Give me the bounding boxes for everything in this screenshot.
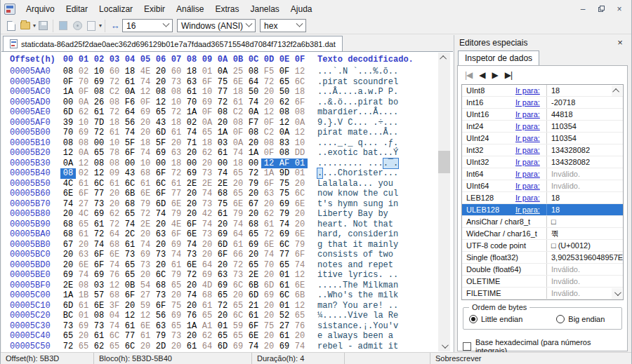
hex-byte[interactable]: 6D (215, 240, 230, 250)
menu-ajuda[interactable]: Ajuda (285, 1, 318, 17)
minimize-icon[interactable]: – (574, 3, 592, 15)
hex-byte[interactable]: 73 (91, 321, 107, 332)
hex-byte[interactable]: 5F (122, 138, 138, 149)
hex-byte[interactable]: 18 (184, 67, 199, 77)
decoded-text[interactable]: ..exotic bat...Ý (317, 148, 398, 159)
decoded-text[interactable]: consists of two (317, 250, 393, 260)
hex-byte[interactable]: 08 (60, 138, 76, 149)
hex-byte[interactable]: 74 (184, 290, 199, 301)
goto-link[interactable]: Ir para: (515, 86, 546, 95)
hex-byte[interactable]: 74 (230, 220, 246, 230)
decoded-text[interactable]: g that it mainly (317, 240, 398, 250)
hex-byte[interactable]: 18 (230, 159, 246, 169)
hex-byte[interactable]: 01 (215, 321, 230, 332)
hex-byte[interactable]: 6E (230, 77, 246, 88)
hex-byte[interactable]: 75 (215, 77, 230, 88)
hex-byte[interactable]: 68 (107, 240, 122, 250)
hex-byte[interactable]: 1A (184, 107, 199, 118)
inspector-row-int32[interactable]: Int32Ir para:134328082 (462, 144, 623, 156)
hex-byte[interactable]: 9D (277, 168, 292, 179)
hex-byte[interactable]: 20 (153, 260, 169, 271)
hex-byte[interactable]: 69 (169, 311, 184, 321)
hex-byte[interactable]: 69 (215, 229, 230, 240)
decoded-text[interactable]: Liberty Bay by (317, 209, 388, 220)
hex-byte[interactable]: 4C (60, 179, 76, 189)
hex-byte[interactable]: 0A (122, 87, 138, 97)
hex-byte[interactable]: 62 (91, 342, 107, 352)
hex-byte[interactable]: 09 (107, 168, 122, 179)
hex-byte[interactable]: 20 (138, 118, 153, 128)
hex-byte[interactable]: 26 (91, 97, 107, 108)
encoding-select[interactable]: Windows (ANSI) (177, 19, 256, 32)
hex-byte[interactable]: 56 (153, 311, 169, 321)
hex-byte[interactable]: 77 (122, 331, 138, 342)
hex-byte[interactable]: 20 (292, 220, 308, 230)
hex-byte[interactable]: 65 (169, 281, 184, 291)
hex-byte[interactable]: 72 (261, 77, 277, 88)
hex-byte[interactable]: 0A (277, 128, 292, 138)
hex-byte[interactable]: 73 (138, 260, 153, 271)
hex-byte[interactable]: 61 (246, 311, 261, 321)
hex-byte[interactable]: 70 (76, 77, 91, 88)
hex-byte[interactable]: 79 (169, 270, 184, 281)
hex-byte[interactable]: 12 (91, 168, 107, 179)
hex-byte[interactable]: 72 (215, 301, 230, 311)
hex-byte[interactable]: 0B (122, 281, 138, 291)
hex-byte[interactable]: 08 (91, 87, 107, 97)
hex-byte[interactable]: 83 (277, 138, 292, 149)
hex-byte[interactable]: 61 (169, 128, 184, 138)
hex-byte[interactable]: 6F (292, 250, 308, 260)
hex-byte[interactable]: 68 (107, 290, 122, 301)
hex-byte[interactable]: 59 (230, 321, 246, 332)
hex-byte[interactable]: 74 (199, 189, 215, 199)
hex-byte[interactable]: F6 (122, 97, 138, 108)
decoded-text[interactable]: .....The Milkman (317, 281, 398, 291)
hex-byte[interactable]: 00 (153, 159, 169, 169)
hex-byte[interactable]: 79 (246, 179, 261, 189)
hex-byte[interactable]: 65 (277, 77, 292, 88)
hex-byte[interactable]: 20 (199, 250, 215, 260)
decoded-text[interactable]: sistance.¡.You'v (317, 321, 398, 332)
hex-byte[interactable]: 74 (199, 220, 215, 230)
hex-byte[interactable]: 0F (60, 77, 76, 88)
hex-byte[interactable]: 6F (153, 189, 169, 199)
nav-prev-icon[interactable]: ◀ (479, 70, 485, 80)
hex-byte[interactable]: 65 (122, 260, 138, 271)
hex-byte[interactable]: 6F (184, 220, 199, 230)
hex-byte[interactable]: 6E (169, 199, 184, 210)
menu-analise[interactable]: Análise (171, 1, 209, 17)
hex-byte[interactable]: 20 (215, 118, 230, 128)
hex-byte[interactable]: 6E (91, 301, 107, 311)
hex-byte[interactable]: 74 (215, 168, 230, 179)
hex-byte[interactable]: 6D (60, 107, 76, 118)
hex-byte[interactable]: 2E (246, 270, 261, 281)
hex-byte[interactable]: 62 (199, 331, 215, 342)
hex-byte[interactable]: 12 (107, 281, 122, 291)
hex-byte[interactable]: 1A (60, 87, 76, 97)
hex-byte[interactable]: 01 (277, 301, 292, 311)
hex-byte[interactable]: 0A (230, 138, 246, 149)
hex-byte[interactable]: 72 (91, 229, 107, 240)
hex-byte[interactable]: 01 (199, 67, 215, 77)
hex-byte[interactable]: 61 (91, 220, 107, 230)
hex-byte[interactable]: 20 (246, 189, 261, 199)
hex-byte[interactable]: 74 (246, 97, 261, 108)
menu-arquivo[interactable]: Arquivo (20, 1, 60, 17)
hex-byte[interactable]: 02 (76, 67, 91, 77)
hex-byte[interactable]: 69 (153, 148, 169, 159)
hex-byte[interactable]: 20 (169, 342, 184, 352)
hex-byte[interactable]: 69 (76, 128, 91, 138)
hex-byte[interactable]: 42 (199, 209, 215, 220)
hex-byte[interactable]: 6F (169, 229, 184, 240)
hex-byte[interactable]: 6F (153, 301, 169, 311)
hex-byte[interactable]: 43 (122, 168, 138, 179)
hex-byte[interactable]: 20 (184, 199, 199, 210)
scroll-down-icon[interactable] (438, 341, 450, 351)
hex-byte[interactable]: 6C (107, 331, 122, 342)
hex-byte[interactable]: 74 (184, 128, 199, 138)
hex-byte[interactable]: 20 (261, 311, 277, 321)
hex-byte[interactable]: 65 (76, 220, 91, 230)
hex-byte[interactable]: 6F (91, 260, 107, 271)
hex-byte[interactable]: 08 (246, 67, 261, 77)
hex-byte[interactable]: 12 (277, 118, 292, 128)
